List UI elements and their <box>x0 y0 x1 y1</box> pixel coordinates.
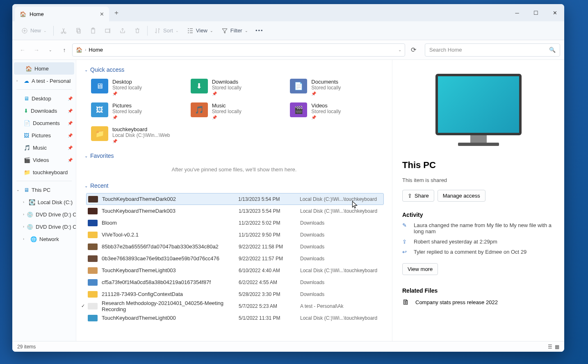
thispc-icon: 🖥 <box>24 187 29 193</box>
recent-locations-button[interactable]: ⌄ <box>44 44 57 56</box>
nav-pictures[interactable]: 🖼Pictures📌 <box>12 129 76 141</box>
dvd-icon: 💿 <box>27 212 33 218</box>
file-location: Local Disk (C:)\Wi...\touchkeyboard <box>300 268 382 273</box>
nav-desktop[interactable]: 🖥Desktop📌 <box>12 92 76 105</box>
paste-button[interactable] <box>87 24 100 37</box>
quickaccess-item[interactable]: 🖼 Pictures Stored locally 📌 <box>89 101 185 121</box>
pin-icon: 📌 <box>212 115 242 120</box>
nav-documents[interactable]: 📄Documents📌 <box>12 117 76 129</box>
svg-rect-5 <box>91 29 95 33</box>
share-button[interactable] <box>116 24 129 37</box>
nav-atest[interactable]: ›☁A test - Personal <box>12 75 76 87</box>
details-view-button[interactable]: ☰ <box>548 344 552 350</box>
recent-item[interactable]: TouchKeyboardThemeLight000 5/1/2022 11:3… <box>86 312 384 324</box>
delete-button[interactable] <box>131 24 144 37</box>
view-button[interactable]: View ⌄ <box>184 24 217 37</box>
recent-item[interactable]: TouchKeyboardThemeDark003 1/13/2023 5:54… <box>86 205 384 217</box>
recent-item[interactable]: TouchKeyboardThemeLight003 6/10/2022 4:4… <box>86 264 384 276</box>
recent-item[interactable]: 85bb37e2ba65556f7da07047bab330e3534c80a2… <box>86 241 384 253</box>
nav-dvd1[interactable]: ›💿DVD Drive (D:) CC <box>12 208 76 221</box>
quickaccess-item[interactable]: 📁 touchkeyboard Local Disk (C:)\Win...\W… <box>89 125 185 145</box>
file-location: Local Disk (C:)\Wi...\touchkeyboard <box>300 196 382 202</box>
home-icon: 🏠 <box>20 11 26 17</box>
activity-icon: ✎ <box>402 222 409 228</box>
rename-button[interactable] <box>101 24 114 37</box>
cut-button[interactable] <box>57 24 70 37</box>
forward-button[interactable]: → <box>30 44 43 56</box>
activity-item: ✎Laura changed the name from My file to … <box>402 222 554 234</box>
file-name: Research Methodology-20210401_040256-Mee… <box>102 300 239 312</box>
recent-item[interactable]: ViVeTool-v0.2.1 11/1/2022 9:50 PM Downlo… <box>86 229 384 241</box>
network-icon: 🌐 <box>30 236 37 242</box>
close-tab-icon[interactable]: ✕ <box>100 11 104 17</box>
nav-touchkeyboard[interactable]: 📁touchkeyboard <box>12 166 76 178</box>
filter-button[interactable]: Filter ⌄ <box>218 24 251 37</box>
refresh-button[interactable]: ⟳ <box>407 46 420 54</box>
folder-icon: 📄 <box>290 79 307 93</box>
nav-downloads[interactable]: ⬇Downloads📌 <box>12 105 76 117</box>
nav-localdisk[interactable]: ›💽Local Disk (C:) <box>12 196 76 208</box>
activity-item: ⇪Robert shared yesterday at 2:29pm <box>402 239 554 245</box>
thumbnails-view-button[interactable]: ▦ <box>555 344 559 350</box>
file-name: 0b3ee7663893cae76e9bd310aee59b70d76cc476 <box>102 255 239 262</box>
share-button[interactable]: ⇪Share <box>402 190 434 202</box>
filter-label: Filter <box>230 27 242 34</box>
minimize-button[interactable]: ─ <box>508 4 526 21</box>
search-input[interactable]: Search Home 🔍 <box>425 43 560 57</box>
nav-thispc[interactable]: ⌄🖥This PC <box>12 184 76 196</box>
quickaccess-item[interactable]: 🎬 Videos Stored locally 📌 <box>288 101 384 121</box>
quickaccess-item[interactable]: 🎵 Music Stored locally 📌 <box>189 101 285 121</box>
pin-icon: 📌 <box>68 121 73 125</box>
music-icon: 🎵 <box>24 145 30 151</box>
breadcrumb-home[interactable]: Home <box>89 47 103 53</box>
desktop-icon: 🖥 <box>24 96 29 102</box>
file-thumbnail <box>88 315 98 321</box>
file-name: TouchKeyboardThemeDark002 <box>102 196 238 202</box>
related-header: Related Files <box>402 287 554 294</box>
file-location: Downloads <box>300 220 382 226</box>
documents-icon: 📄 <box>24 120 30 126</box>
quickaccess-item[interactable]: 🖥 Desktop Stored locally 📌 <box>89 77 185 98</box>
view-more-button[interactable]: View more <box>402 263 438 275</box>
qa-subtext: Local Disk (C:)\Win...\Web <box>112 132 170 138</box>
related-file[interactable]: 🗎 Company stats press release 2022 <box>402 298 554 307</box>
folder-icon: 🖼 <box>91 102 108 117</box>
svg-rect-3 <box>77 28 80 32</box>
recent-item[interactable]: ✓ Research Methodology-20210401_040256-M… <box>86 300 384 312</box>
quickaccess-item[interactable]: 📄 Documents Stored locally 📌 <box>288 77 384 98</box>
new-tab-button[interactable]: ＋ <box>113 9 120 17</box>
section-recent[interactable]: ⌄Recent <box>84 182 384 189</box>
back-button[interactable]: ← <box>16 44 29 56</box>
quickaccess-item[interactable]: ⬇ Downloads Stored locally 📌 <box>189 77 285 98</box>
toolbar: New ⌄ Sort ⌄ View ⌄ Filter ⌄ ••• <box>12 21 564 40</box>
address-bar[interactable]: 🏠 › Home ⌄ <box>72 43 405 57</box>
recent-item[interactable]: cf5a73fe0f1f4a0cd58a38b04219a0167354f87f… <box>86 276 384 288</box>
close-button[interactable]: ✕ <box>545 4 564 21</box>
nav-home[interactable]: 🏠Home <box>14 62 74 75</box>
tab-home[interactable]: 🏠 Home ✕ <box>15 7 109 21</box>
pin-icon: 📌 <box>112 115 142 120</box>
home-icon: 🏠 <box>76 47 82 53</box>
statusbar: 29 items ☰ ▦ <box>12 341 564 352</box>
nav-music[interactable]: 🎵Music📌 <box>12 141 76 154</box>
videos-icon: 🎬 <box>24 157 30 163</box>
copy-button[interactable] <box>72 24 85 37</box>
recent-item[interactable]: 0b3ee7663893cae76e9bd310aee59b70d76cc476… <box>86 253 384 264</box>
address-dropdown-icon[interactable]: ⌄ <box>398 48 401 52</box>
new-button[interactable]: New ⌄ <box>18 24 50 37</box>
more-button[interactable]: ••• <box>253 24 266 37</box>
sort-button[interactable]: Sort ⌄ <box>151 24 182 37</box>
section-quickaccess[interactable]: ⌄Quick access <box>84 66 384 73</box>
recent-item[interactable]: TouchKeyboardThemeDark002 1/13/2023 5:54… <box>86 193 384 205</box>
up-button[interactable]: ↑ <box>58 44 71 56</box>
file-explorer-window: 🏠 Home ✕ ＋ ─ ☐ ✕ New ⌄ Sort ⌄ <box>12 4 564 352</box>
home-icon: 🏠 <box>25 66 32 72</box>
section-favorites[interactable]: ⌄Favorites <box>84 152 384 159</box>
nav-network[interactable]: ›🌐Network <box>12 233 76 245</box>
manage-access-button[interactable]: Manage access <box>438 190 485 202</box>
nav-videos[interactable]: 🎬Videos📌 <box>12 154 76 166</box>
nav-dvd2[interactable]: ›💿DVD Drive (D:) CCC <box>12 221 76 233</box>
recent-item[interactable]: Bloom 11/2/2022 5:02 PM Downloads <box>86 217 384 229</box>
recent-item[interactable]: 211128-73493-ConfigContextData 5/28/2022… <box>86 288 384 300</box>
maximize-button[interactable]: ☐ <box>526 4 545 21</box>
